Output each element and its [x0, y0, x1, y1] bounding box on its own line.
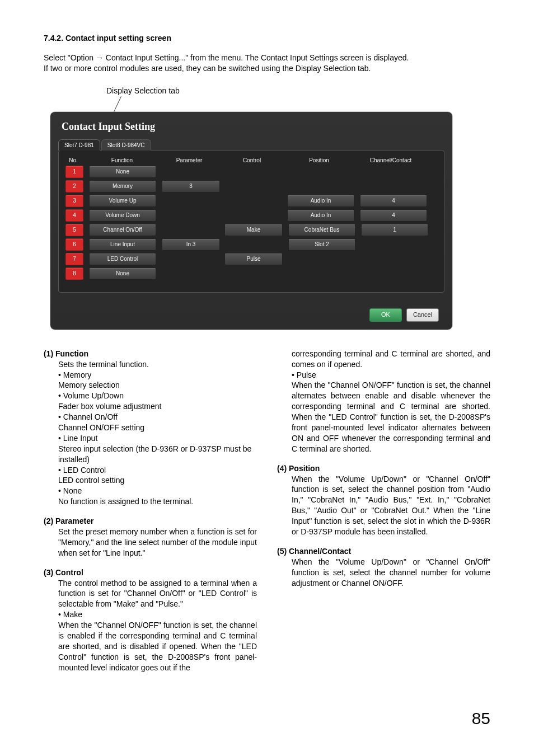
- item3-sublist-pulse: Pulse When the "Channel ON/OFF" function…: [277, 370, 490, 454]
- item1-sublist: Memory Memory selection Volume Up/Down F…: [44, 370, 257, 508]
- row-number: 8: [65, 267, 83, 280]
- table-row: 5 Channel On/Off Make CobraNet Bus 1: [63, 224, 439, 236]
- bullet-led: LED Control: [58, 466, 106, 475]
- item1-head: (1) Function: [44, 349, 257, 359]
- row-number: 3: [65, 195, 83, 207]
- bullet-line-input: Line Input: [58, 434, 97, 443]
- bullet-make: Make: [58, 610, 82, 619]
- item5-head: (5) Channel/Contact: [277, 546, 490, 557]
- function-cell[interactable]: Line Input: [89, 238, 156, 251]
- bullet-pulse: Pulse: [292, 370, 316, 379]
- bullet-none-text: No function is assigned to the terminal.: [58, 497, 193, 506]
- channel-contact-cell[interactable]: 4: [360, 209, 427, 222]
- description-columns: (1) Function Sets the terminal function.…: [44, 349, 490, 673]
- position-cell[interactable]: Audio In: [287, 195, 354, 207]
- item4-text: When the "Volume Up/Down" or "Channel On…: [277, 474, 490, 537]
- section-title: 7.4.2. Contact input setting screen: [44, 34, 490, 43]
- function-cell[interactable]: Volume Up: [89, 195, 156, 207]
- bullet-volume-text: Fader box volume adjustment: [58, 402, 161, 411]
- channel-contact-cell[interactable]: 4: [360, 195, 427, 207]
- item3-text: The control method to be assigned to a t…: [44, 578, 257, 610]
- col-function: Function: [89, 157, 155, 163]
- table-row: 3 Volume Up Audio In 4: [63, 195, 439, 207]
- bullet-make-text-b: corresponding terminal and C terminal ar…: [277, 349, 490, 370]
- function-cell[interactable]: Volume Down: [89, 209, 156, 222]
- table-row: 1 None: [63, 166, 439, 178]
- position-cell[interactable]: Slot 2: [288, 238, 355, 251]
- item2-text: Set the preset memory number when a func…: [44, 527, 257, 558]
- tab-slot8[interactable]: Slot8 D-984VC: [101, 139, 151, 151]
- control-cell[interactable]: Pulse: [224, 253, 283, 265]
- bullet-pulse-text: When the "Channel ON/OFF" function is se…: [292, 380, 490, 454]
- bullet-memory-text: Memory selection: [58, 381, 120, 389]
- display-selection-tabs: Slot7 D-981 Slot8 D-984VC: [58, 139, 444, 151]
- col-no: No.: [63, 157, 83, 163]
- table-row: 7 LED Control Pulse: [63, 253, 439, 265]
- intro-line1: Select "Option → Contact Input Setting..…: [44, 53, 409, 62]
- tab-page: No. Function Parameter Control Position …: [58, 150, 444, 293]
- item5-text: When the "Volume Up/Down" or "Channel On…: [277, 557, 490, 589]
- function-cell[interactable]: LED Control: [89, 253, 156, 265]
- row-number: 1: [65, 166, 83, 178]
- table-row: 8 None: [63, 267, 439, 280]
- function-cell[interactable]: None: [89, 166, 156, 178]
- intro-text: Select "Option → Contact Input Setting..…: [44, 53, 490, 74]
- right-column: corresponding terminal and C terminal ar…: [277, 349, 490, 589]
- bullet-none: None: [58, 486, 82, 495]
- ok-button[interactable]: OK: [369, 308, 402, 322]
- empty-cell: [162, 253, 219, 265]
- col-channel-contact: Channel/Contact: [358, 157, 424, 163]
- bullet-make-text-a: When the "Channel ON/OFF" function is se…: [58, 620, 257, 673]
- position-cell[interactable]: Audio In: [287, 209, 354, 222]
- table-row: 6 Line Input In 3 Slot 2: [63, 238, 439, 251]
- row-number: 6: [65, 238, 83, 251]
- row-number: 4: [65, 209, 83, 222]
- item1-intro: Sets the terminal function.: [44, 359, 257, 370]
- parameter-cell[interactable]: In 3: [162, 238, 220, 251]
- col-control: Control: [223, 157, 280, 163]
- col-parameter: Parameter: [161, 157, 218, 163]
- tab-slot7[interactable]: Slot7 D-981: [58, 139, 100, 151]
- item2-head: (2) Parameter: [44, 516, 257, 527]
- function-cell[interactable]: Channel On/Off: [89, 224, 156, 236]
- item3-head: (3) Control: [44, 567, 257, 578]
- contact-input-window: Contact Input Setting Slot7 D-981 Slot8 …: [50, 112, 452, 330]
- page-number: 85: [472, 709, 490, 728]
- callout-label: Display Selection tab: [106, 86, 490, 95]
- cancel-button[interactable]: Cancel: [406, 308, 439, 322]
- empty-cell: [226, 238, 283, 251]
- function-cell[interactable]: Memory: [89, 180, 156, 192]
- item3-sublist: Make When the "Channel ON/OFF" function …: [44, 609, 257, 673]
- bullet-memory: Memory: [58, 370, 91, 379]
- bullet-volume: Volume Up/Down: [58, 391, 124, 400]
- callout-line-wrap: [111, 96, 490, 113]
- control-cell[interactable]: Make: [224, 224, 283, 236]
- bullet-channel-text: Channel ON/OFF setting: [58, 423, 144, 432]
- bullet-line-input-text: Stereo input selection (the D-936R or D-…: [58, 444, 251, 464]
- empty-cell: [162, 209, 219, 222]
- empty-cell: [162, 195, 219, 207]
- function-cell[interactable]: None: [89, 267, 156, 280]
- item4-head: (4) Position: [277, 463, 490, 474]
- table-row: 4 Volume Down Audio In 4: [63, 209, 439, 222]
- empty-cell: [162, 224, 219, 236]
- position-cell[interactable]: CobraNet Bus: [288, 224, 355, 236]
- row-number: 7: [65, 253, 83, 265]
- parameter-cell[interactable]: 3: [162, 180, 220, 192]
- table-row: 2 Memory 3: [63, 180, 439, 192]
- row-number: 5: [65, 224, 83, 236]
- window-title: Contact Input Setting: [58, 120, 444, 138]
- row-number: 2: [65, 180, 83, 192]
- left-column: (1) Function Sets the terminal function.…: [44, 349, 257, 673]
- bullet-led-text: LED control setting: [58, 476, 124, 485]
- intro-line2: If two or more control modules are used,…: [44, 64, 371, 73]
- empty-cell: [224, 195, 282, 207]
- dialog-buttons: OK Cancel: [58, 308, 444, 322]
- table-header: No. Function Parameter Control Position …: [63, 157, 439, 163]
- col-position: Position: [286, 157, 352, 163]
- channel-contact-cell[interactable]: 1: [361, 224, 428, 236]
- empty-cell: [224, 209, 282, 222]
- bullet-channel: Channel On/Off: [58, 412, 118, 421]
